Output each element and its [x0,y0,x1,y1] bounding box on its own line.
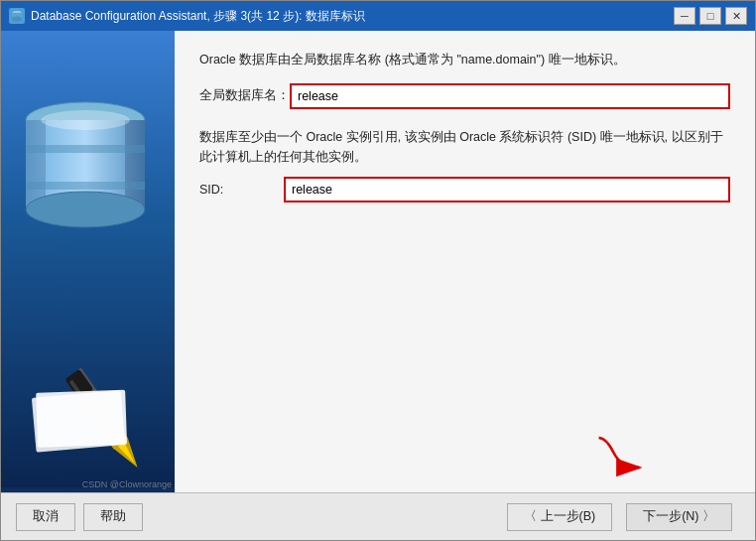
next-arrow-icon [591,428,651,477]
arrow-area [199,428,730,477]
next-button[interactable]: 下一步(N) 〉 [626,503,732,531]
left-illustration-panel: CSDN @Clownorange [1,31,175,492]
nav-buttons: 〈 上一步(B) 下一步(N) 〉 [507,503,740,531]
svg-point-11 [41,110,130,130]
cancel-button[interactable]: 取消 [16,503,75,531]
sid-label: SID: [199,183,284,197]
svg-rect-6 [26,120,46,209]
illustration-svg [1,31,175,487]
title-bar: Database Configuration Assistant, 步骤 3(共… [1,1,755,31]
svg-rect-9 [26,182,145,190]
global-db-name-label: 全局数据库名： [199,87,290,104]
sid-row: SID: [199,177,730,203]
help-button[interactable]: 帮助 [83,503,143,531]
svg-point-2 [12,17,22,22]
sid-input-wrapper [284,177,730,203]
right-form-panel: Oracle 数据库由全局数据库名称 (格式通常为 "name.domain")… [175,31,755,492]
prev-button[interactable]: 〈 上一步(B) [507,503,612,531]
maximize-button[interactable]: □ [699,7,721,25]
global-db-name-input-wrapper [290,83,730,109]
svg-point-10 [26,192,145,227]
app-icon [9,8,25,24]
close-button[interactable]: ✕ [725,7,747,25]
window-title: Database Configuration Assistant, 步骤 3(共… [31,8,674,25]
watermark: CSDN @Clownorange [82,479,172,489]
content-area: CSDN @Clownorange Oracle 数据库由全局数据库名称 (格式… [1,31,755,492]
minimize-button[interactable]: ─ [674,7,695,25]
svg-rect-8 [26,145,145,153]
svg-rect-7 [125,120,145,209]
svg-rect-20 [36,390,127,448]
global-db-name-row: 全局数据库名： [199,83,730,109]
global-db-name-input[interactable] [290,83,730,109]
description-text-2: 数据库至少由一个 Oracle 实例引用, 该实例由 Oracle 系统标识符 … [199,127,730,167]
sid-input[interactable] [284,177,730,203]
description-text-1: Oracle 数据库由全局数据库名称 (格式通常为 "name.domain")… [199,51,730,69]
main-window: Database Configuration Assistant, 步骤 3(共… [0,0,756,541]
bottom-bar: 取消 帮助 〈 上一步(B) 下一步(N) 〉 [1,492,755,540]
